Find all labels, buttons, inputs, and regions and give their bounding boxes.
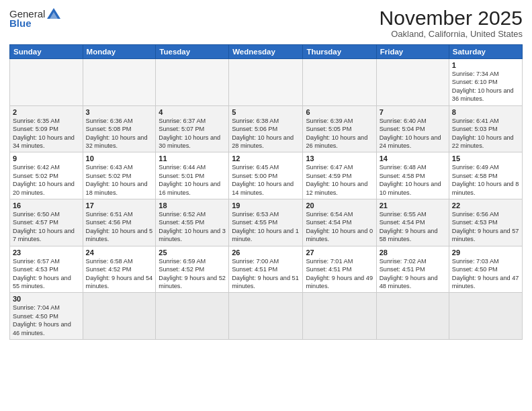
header-friday: Friday	[376, 45, 449, 59]
calendar-cell: 30Sunrise: 7:04 AM Sunset: 4:50 PM Dayli…	[10, 293, 83, 340]
day-info: Sunrise: 6:37 AM Sunset: 5:07 PM Dayligh…	[159, 117, 226, 150]
day-info: Sunrise: 6:59 AM Sunset: 4:52 PM Dayligh…	[159, 257, 226, 291]
calendar-week-row: 16Sunrise: 6:50 AM Sunset: 4:57 PM Dayli…	[10, 199, 523, 246]
calendar-cell: 16Sunrise: 6:50 AM Sunset: 4:57 PM Dayli…	[10, 199, 83, 246]
calendar-cell: 5Sunrise: 6:38 AM Sunset: 5:06 PM Daylig…	[229, 105, 303, 152]
day-info: Sunrise: 6:52 AM Sunset: 4:55 PM Dayligh…	[159, 210, 226, 244]
day-info: Sunrise: 6:40 AM Sunset: 5:04 PM Dayligh…	[380, 117, 446, 150]
day-number: 10	[86, 154, 153, 163]
logo-area: General Blue	[9, 7, 61, 29]
day-number: 14	[380, 154, 446, 163]
day-info: Sunrise: 6:36 AM Sunset: 5:08 PM Dayligh…	[86, 117, 153, 150]
day-info: Sunrise: 7:01 AM Sunset: 4:51 PM Dayligh…	[306, 257, 373, 291]
header-monday: Monday	[83, 45, 156, 59]
calendar-cell: 23Sunrise: 6:57 AM Sunset: 4:53 PM Dayli…	[10, 246, 83, 293]
calendar-cell	[303, 59, 376, 106]
day-info: Sunrise: 7:03 AM Sunset: 4:50 PM Dayligh…	[452, 257, 519, 291]
day-info: Sunrise: 7:00 AM Sunset: 4:51 PM Dayligh…	[232, 257, 300, 291]
logo-blue: Blue	[9, 17, 32, 29]
day-info: Sunrise: 7:04 AM Sunset: 4:50 PM Dayligh…	[13, 304, 80, 337]
calendar-cell: 18Sunrise: 6:52 AM Sunset: 4:55 PM Dayli…	[156, 199, 229, 246]
calendar-cell: 11Sunrise: 6:44 AM Sunset: 5:01 PM Dayli…	[156, 152, 229, 199]
day-number: 7	[380, 108, 446, 116]
day-info: Sunrise: 6:49 AM Sunset: 4:58 PM Dayligh…	[452, 163, 519, 197]
calendar-cell: 7Sunrise: 6:40 AM Sunset: 5:04 PM Daylig…	[376, 105, 449, 152]
calendar-cell: 3Sunrise: 6:36 AM Sunset: 5:08 PM Daylig…	[83, 105, 156, 152]
calendar-cell: 6Sunrise: 6:39 AM Sunset: 5:05 PM Daylig…	[303, 105, 376, 152]
calendar-cell: 13Sunrise: 6:47 AM Sunset: 4:59 PM Dayli…	[303, 152, 376, 199]
day-number: 21	[380, 201, 446, 210]
logo-icon	[46, 7, 61, 20]
day-number: 6	[306, 108, 373, 116]
day-number: 26	[232, 248, 300, 257]
day-info: Sunrise: 6:57 AM Sunset: 4:53 PM Dayligh…	[13, 257, 80, 291]
calendar-week-row: 9Sunrise: 6:42 AM Sunset: 5:02 PM Daylig…	[10, 152, 523, 199]
day-info: Sunrise: 6:56 AM Sunset: 4:53 PM Dayligh…	[452, 210, 519, 244]
calendar: Sunday Monday Tuesday Wednesday Thursday…	[9, 44, 523, 340]
day-number: 19	[232, 201, 300, 210]
header: General Blue November 2025 Oakland, Cali…	[9, 7, 523, 39]
day-info: Sunrise: 6:45 AM Sunset: 5:00 PM Dayligh…	[232, 163, 300, 197]
calendar-cell: 9Sunrise: 6:42 AM Sunset: 5:02 PM Daylig…	[10, 152, 83, 199]
day-number: 25	[159, 248, 226, 257]
calendar-week-row: 1Sunrise: 7:34 AM Sunset: 6:10 PM Daylig…	[10, 59, 523, 106]
day-number: 18	[159, 201, 226, 210]
day-info: Sunrise: 6:35 AM Sunset: 5:09 PM Dayligh…	[13, 117, 80, 150]
calendar-cell	[10, 59, 83, 106]
calendar-cell: 27Sunrise: 7:01 AM Sunset: 4:51 PM Dayli…	[303, 246, 376, 293]
day-number: 2	[13, 108, 80, 116]
day-number: 22	[452, 201, 519, 210]
day-number: 11	[159, 154, 226, 163]
day-number: 9	[13, 154, 80, 163]
month-title: November 2025	[380, 7, 523, 29]
day-info: Sunrise: 6:43 AM Sunset: 5:02 PM Dayligh…	[86, 163, 153, 197]
calendar-cell: 26Sunrise: 7:00 AM Sunset: 4:51 PM Dayli…	[229, 246, 303, 293]
calendar-header-row: Sunday Monday Tuesday Wednesday Thursday…	[10, 45, 523, 59]
calendar-cell	[376, 293, 449, 340]
calendar-cell	[156, 59, 229, 106]
calendar-cell: 29Sunrise: 7:03 AM Sunset: 4:50 PM Dayli…	[449, 246, 522, 293]
calendar-cell: 10Sunrise: 6:43 AM Sunset: 5:02 PM Dayli…	[83, 152, 156, 199]
day-number: 13	[306, 154, 373, 163]
day-number: 1	[452, 61, 519, 69]
calendar-cell	[156, 293, 229, 340]
calendar-week-row: 23Sunrise: 6:57 AM Sunset: 4:53 PM Dayli…	[10, 246, 523, 293]
header-wednesday: Wednesday	[229, 45, 303, 59]
day-info: Sunrise: 6:51 AM Sunset: 4:56 PM Dayligh…	[86, 210, 153, 244]
header-tuesday: Tuesday	[156, 45, 229, 59]
day-number: 23	[13, 248, 80, 257]
calendar-cell: 24Sunrise: 6:58 AM Sunset: 4:52 PM Dayli…	[83, 246, 156, 293]
day-number: 29	[452, 248, 519, 257]
calendar-week-row: 30Sunrise: 7:04 AM Sunset: 4:50 PM Dayli…	[10, 293, 523, 340]
calendar-cell: 17Sunrise: 6:51 AM Sunset: 4:56 PM Dayli…	[83, 199, 156, 246]
day-number: 20	[306, 201, 373, 210]
calendar-cell	[83, 293, 156, 340]
calendar-cell: 20Sunrise: 6:54 AM Sunset: 4:54 PM Dayli…	[303, 199, 376, 246]
day-info: Sunrise: 6:53 AM Sunset: 4:55 PM Dayligh…	[232, 210, 300, 244]
title-area: November 2025 Oakland, California, Unite…	[380, 7, 523, 39]
day-info: Sunrise: 6:44 AM Sunset: 5:01 PM Dayligh…	[159, 163, 226, 197]
day-info: Sunrise: 6:39 AM Sunset: 5:05 PM Dayligh…	[306, 117, 373, 150]
header-sunday: Sunday	[10, 45, 83, 59]
calendar-cell: 25Sunrise: 6:59 AM Sunset: 4:52 PM Dayli…	[156, 246, 229, 293]
day-number: 15	[452, 154, 519, 163]
day-info: Sunrise: 6:42 AM Sunset: 5:02 PM Dayligh…	[13, 163, 80, 197]
day-number: 24	[86, 248, 153, 257]
calendar-cell: 21Sunrise: 6:55 AM Sunset: 4:54 PM Dayli…	[376, 199, 449, 246]
day-info: Sunrise: 6:50 AM Sunset: 4:57 PM Dayligh…	[13, 210, 80, 244]
day-info: Sunrise: 6:55 AM Sunset: 4:54 PM Dayligh…	[380, 210, 446, 244]
location-title: Oakland, California, United States	[380, 29, 523, 39]
calendar-cell: 22Sunrise: 6:56 AM Sunset: 4:53 PM Dayli…	[449, 199, 522, 246]
day-number: 17	[86, 201, 153, 210]
calendar-cell: 28Sunrise: 7:02 AM Sunset: 4:51 PM Dayli…	[376, 246, 449, 293]
day-number: 30	[13, 295, 80, 303]
calendar-cell	[229, 293, 303, 340]
day-info: Sunrise: 7:02 AM Sunset: 4:51 PM Dayligh…	[380, 257, 446, 291]
day-number: 4	[159, 108, 226, 116]
calendar-cell: 12Sunrise: 6:45 AM Sunset: 5:00 PM Dayli…	[229, 152, 303, 199]
calendar-cell	[83, 59, 156, 106]
header-saturday: Saturday	[449, 45, 522, 59]
day-info: Sunrise: 7:34 AM Sunset: 6:10 PM Dayligh…	[452, 70, 519, 103]
calendar-cell: 19Sunrise: 6:53 AM Sunset: 4:55 PM Dayli…	[229, 199, 303, 246]
day-number: 27	[306, 248, 373, 257]
